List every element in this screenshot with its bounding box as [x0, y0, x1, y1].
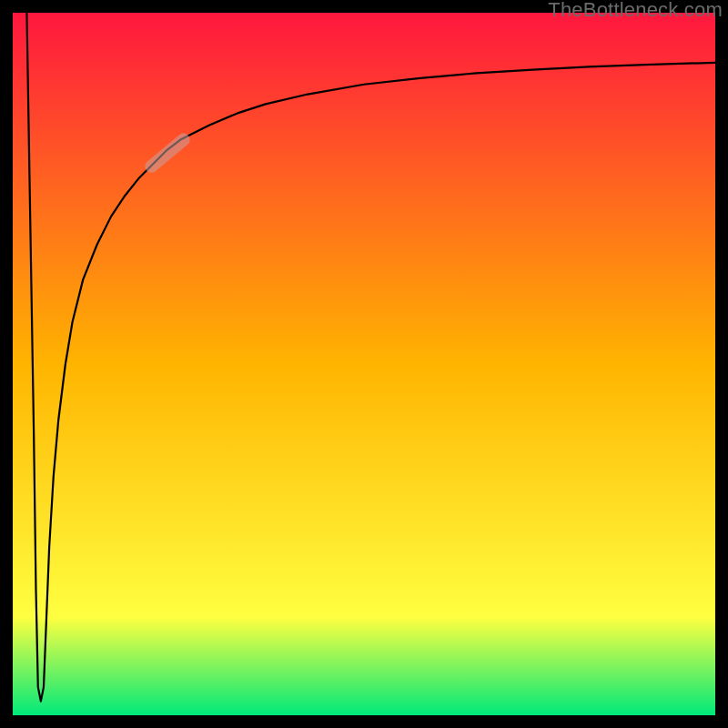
watermark-text: TheBottleneck.com: [548, 0, 723, 22]
gradient-bg: [13, 13, 715, 715]
chart-container: TheBottleneck.com: [0, 0, 728, 728]
chart-svg: [13, 13, 715, 715]
plot-area: [13, 13, 715, 715]
